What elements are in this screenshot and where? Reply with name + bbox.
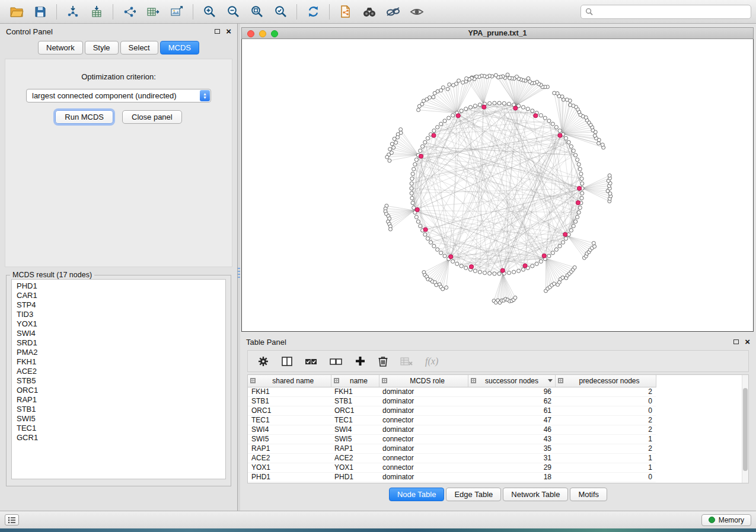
optimization-select[interactable]: largest connected component (undirected)… <box>26 89 211 102</box>
export-image-button[interactable] <box>165 2 189 21</box>
select-all-button[interactable] <box>305 356 318 367</box>
open-session-button[interactable] <box>5 2 28 21</box>
window-maximize-icon[interactable] <box>271 30 278 37</box>
table-row[interactable]: YOX1YOX1connector291 <box>248 463 656 472</box>
close-panel-button[interactable]: Close panel <box>122 110 182 124</box>
sort-descending-icon <box>548 379 553 382</box>
close-table-panel-icon[interactable]: × <box>745 339 750 345</box>
search-icon <box>585 8 593 15</box>
tab-network[interactable]: Network <box>38 41 83 55</box>
refresh-layout-button[interactable] <box>301 2 325 21</box>
zoom-out-button[interactable] <box>221 2 245 21</box>
table-row[interactable]: FKH1FKH1dominator962 <box>248 387 656 396</box>
export-table-button[interactable] <box>141 2 165 21</box>
network-window: YPA_prune.txt_1 <box>241 27 754 332</box>
table-settings-button[interactable] <box>257 355 269 367</box>
table-row[interactable]: PHD1PHD1dominator180 <box>248 472 656 482</box>
panel-menu-button[interactable] <box>5 514 19 525</box>
table-row[interactable]: SWI4SWI4dominator462 <box>248 425 656 434</box>
graphics-details-button[interactable] <box>381 2 405 21</box>
table-tabs: Node TableEdge TableNetwork TableMotifs <box>240 488 756 501</box>
tab-motifs[interactable]: Motifs <box>570 488 607 501</box>
tab-node-table[interactable]: Node Table <box>389 488 445 501</box>
table-cell: connector <box>379 434 468 444</box>
memory-label: Memory <box>719 516 744 524</box>
tab-style[interactable]: Style <box>85 41 119 55</box>
network-graph[interactable] <box>242 39 753 331</box>
table-row[interactable]: RAP1RAP1dominator352 <box>248 444 656 453</box>
deselect-all-button[interactable] <box>330 356 343 367</box>
share-document-button[interactable] <box>334 2 358 21</box>
close-panel-icon[interactable]: × <box>226 28 231 34</box>
table-row[interactable]: SWI5SWI5connector431 <box>248 434 656 444</box>
add-column-button[interactable] <box>355 355 366 367</box>
table-cell: 96 <box>468 387 555 396</box>
splitter-handle-icon[interactable] <box>238 268 240 280</box>
control-panel-title: Control Panel <box>6 27 53 36</box>
column-header-MCDS-role[interactable]: MCDS role <box>379 375 468 387</box>
window-minimize-icon[interactable] <box>259 30 266 37</box>
table-cell: 46 <box>468 425 555 434</box>
save-session-button[interactable] <box>28 2 52 21</box>
trash-icon <box>378 355 388 367</box>
node-table: shared namenameMCDS rolesuccessor nodesp… <box>248 375 656 482</box>
column-header-successor-nodes[interactable]: successor nodes <box>468 375 555 387</box>
delete-column-button[interactable] <box>378 355 388 367</box>
table-cell: TEC1 <box>248 415 331 425</box>
tab-select[interactable]: Select <box>120 41 158 55</box>
float-panel-icon[interactable] <box>215 29 220 34</box>
result-node: CAR1 <box>17 291 221 300</box>
toolbar-separator <box>193 4 193 20</box>
table-row[interactable]: TEC1TEC1connector472 <box>248 415 656 425</box>
toolbar-separator <box>296 4 297 20</box>
import-network-button[interactable] <box>61 2 85 21</box>
column-header-name[interactable]: name <box>331 375 379 387</box>
result-node: SWI4 <box>17 329 221 338</box>
zoom-fit-button[interactable] <box>245 2 269 21</box>
result-node: ORC1 <box>17 386 221 395</box>
run-mcds-button[interactable]: Run MCDS <box>55 110 113 124</box>
zoom-in-button[interactable] <box>197 2 221 21</box>
search-input[interactable] <box>596 7 747 17</box>
window-close-icon[interactable] <box>247 30 254 37</box>
table-toolbar: f(x) <box>247 350 749 372</box>
float-table-panel-icon[interactable] <box>733 339 739 344</box>
delete-table-button-disabled <box>400 356 413 367</box>
table-cell: 18 <box>468 472 555 482</box>
table-row[interactable]: ACE2ACE2connector311 <box>248 453 656 463</box>
select-stepper-icon: ▲▼ <box>200 90 210 101</box>
column-header-predecessor-nodes[interactable]: predecessor nodes <box>555 375 656 387</box>
table-cell: 2 <box>555 387 656 396</box>
export-network-button[interactable] <box>117 2 141 21</box>
table-row[interactable]: ORC1ORC1dominator610 <box>248 406 656 415</box>
table-cell: 1 <box>555 434 656 444</box>
table-cell: dominator <box>379 472 468 482</box>
memory-status-icon <box>709 517 715 523</box>
column-type-icon <box>382 378 387 383</box>
node-table-container: shared namenameMCDS rolesuccessor nodesp… <box>247 374 749 483</box>
mcds-result-list[interactable]: PHD1CAR1STP4TID3YOX1SWI4SRD1PMA2FKH1ACE2… <box>11 279 226 479</box>
show-hide-button[interactable] <box>405 2 429 21</box>
scrollbar-thumb[interactable] <box>743 388 748 471</box>
zoom-selected-button[interactable] <box>269 2 292 21</box>
find-button[interactable] <box>358 2 381 21</box>
column-visibility-button[interactable] <box>281 356 293 367</box>
table-scrollbar[interactable] <box>742 375 748 483</box>
network-canvas[interactable] <box>241 39 754 332</box>
import-table-button[interactable] <box>85 2 109 21</box>
zoom-out-icon <box>227 5 240 18</box>
network-window-title: YPA_prune.txt_1 <box>468 29 527 37</box>
import-table-icon <box>90 5 103 18</box>
result-node: RAP1 <box>17 395 221 405</box>
tab-network-table[interactable]: Network Table <box>503 488 568 501</box>
search-box[interactable] <box>580 5 751 19</box>
vertical-splitter[interactable] <box>238 24 240 511</box>
memory-button[interactable]: Memory <box>701 514 751 526</box>
tab-edge-table[interactable]: Edge Table <box>446 488 501 501</box>
import-network-icon <box>66 5 79 18</box>
column-header-shared-name[interactable]: shared name <box>248 375 331 387</box>
deselect-all-icon <box>330 356 343 367</box>
tab-mcds[interactable]: MCDS <box>160 41 199 55</box>
column-header-label: name <box>342 377 377 385</box>
table-row[interactable]: STB1STB1dominator620 <box>248 396 656 406</box>
